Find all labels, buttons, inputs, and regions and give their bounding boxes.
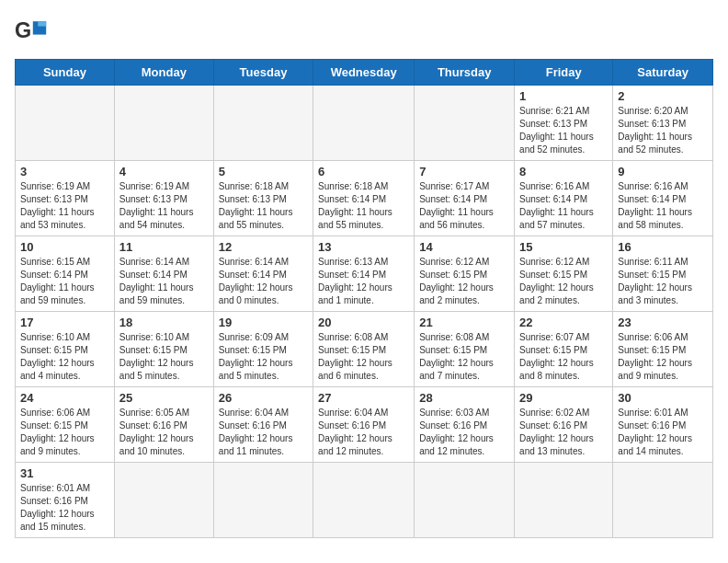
day-number: 1	[519, 89, 608, 103]
day-number: 10	[20, 240, 109, 254]
day-header-tuesday: Tuesday	[213, 60, 313, 86]
day-number: 12	[219, 240, 308, 254]
sun-info: Sunrise: 6:01 AM Sunset: 6:16 PM Dayligh…	[20, 482, 109, 534]
day-number: 24	[20, 391, 109, 405]
day-number: 8	[519, 165, 608, 178]
calendar-cell: 12Sunrise: 6:14 AM Sunset: 6:14 PM Dayli…	[213, 236, 313, 312]
sun-info: Sunrise: 6:04 AM Sunset: 6:16 PM Dayligh…	[318, 407, 409, 458]
calendar-cell: 6Sunrise: 6:18 AM Sunset: 6:14 PM Daylig…	[313, 161, 415, 236]
calendar-cell: 22Sunrise: 6:07 AM Sunset: 6:15 PM Dayli…	[515, 312, 613, 387]
day-number: 30	[618, 391, 708, 405]
day-number: 25	[119, 391, 209, 405]
calendar-cell: 25Sunrise: 6:05 AM Sunset: 6:16 PM Dayli…	[114, 387, 213, 463]
calendar-cell: 13Sunrise: 6:13 AM Sunset: 6:14 PM Dayli…	[313, 236, 415, 312]
calendar-cell	[114, 463, 213, 538]
calendar-cell	[515, 463, 613, 538]
calendar-cell: 17Sunrise: 6:10 AM Sunset: 6:15 PM Dayli…	[16, 312, 115, 387]
calendar-cell: 11Sunrise: 6:14 AM Sunset: 6:14 PM Dayli…	[114, 236, 213, 312]
day-number: 27	[318, 391, 409, 405]
sun-info: Sunrise: 6:10 AM Sunset: 6:15 PM Dayligh…	[20, 331, 109, 383]
calendar-cell: 26Sunrise: 6:04 AM Sunset: 6:16 PM Dayli…	[213, 387, 313, 463]
sun-info: Sunrise: 6:03 AM Sunset: 6:16 PM Dayligh…	[419, 407, 509, 458]
sun-info: Sunrise: 6:17 AM Sunset: 6:14 PM Dayligh…	[419, 180, 509, 232]
svg-marker-2	[38, 21, 46, 26]
day-number: 19	[219, 316, 308, 329]
calendar-week-5: 31Sunrise: 6:01 AM Sunset: 6:16 PM Dayli…	[16, 463, 713, 538]
day-number: 26	[219, 391, 308, 405]
sun-info: Sunrise: 6:20 AM Sunset: 6:13 PM Dayligh…	[618, 105, 708, 156]
sun-info: Sunrise: 6:18 AM Sunset: 6:14 PM Dayligh…	[318, 180, 409, 232]
calendar-cell	[213, 463, 313, 538]
calendar-cell: 15Sunrise: 6:12 AM Sunset: 6:15 PM Dayli…	[515, 236, 613, 312]
sun-info: Sunrise: 6:08 AM Sunset: 6:15 PM Dayligh…	[419, 331, 509, 383]
calendar-week-0: 1Sunrise: 6:21 AM Sunset: 6:13 PM Daylig…	[16, 86, 713, 161]
day-number: 22	[519, 316, 608, 329]
day-number: 2	[618, 89, 708, 103]
calendar-table: SundayMondayTuesdayWednesdayThursdayFrid…	[15, 59, 713, 538]
sun-info: Sunrise: 6:19 AM Sunset: 6:13 PM Dayligh…	[119, 180, 209, 232]
calendar-cell: 4Sunrise: 6:19 AM Sunset: 6:13 PM Daylig…	[114, 161, 213, 236]
day-number: 20	[318, 316, 409, 329]
day-number: 14	[419, 240, 509, 254]
calendar-cell	[415, 86, 515, 161]
sun-info: Sunrise: 6:09 AM Sunset: 6:15 PM Dayligh…	[219, 331, 308, 383]
calendar-cell: 18Sunrise: 6:10 AM Sunset: 6:15 PM Dayli…	[114, 312, 213, 387]
calendar-cell	[415, 463, 515, 538]
page-header: G	[15, 15, 713, 48]
calendar-cell: 10Sunrise: 6:15 AM Sunset: 6:14 PM Dayli…	[16, 236, 115, 312]
logo-icon: G	[15, 15, 48, 48]
sun-info: Sunrise: 6:01 AM Sunset: 6:16 PM Dayligh…	[618, 407, 708, 458]
sun-info: Sunrise: 6:02 AM Sunset: 6:16 PM Dayligh…	[519, 407, 608, 458]
svg-text:G: G	[15, 18, 31, 42]
calendar-week-4: 24Sunrise: 6:06 AM Sunset: 6:15 PM Dayli…	[16, 387, 713, 463]
calendar-cell	[313, 463, 415, 538]
sun-info: Sunrise: 6:08 AM Sunset: 6:15 PM Dayligh…	[318, 331, 409, 383]
calendar-cell: 20Sunrise: 6:08 AM Sunset: 6:15 PM Dayli…	[313, 312, 415, 387]
logo: G	[15, 15, 53, 48]
calendar-cell: 3Sunrise: 6:19 AM Sunset: 6:13 PM Daylig…	[16, 161, 115, 236]
calendar-cell	[114, 86, 213, 161]
sun-info: Sunrise: 6:21 AM Sunset: 6:13 PM Dayligh…	[519, 105, 608, 156]
calendar-cell: 28Sunrise: 6:03 AM Sunset: 6:16 PM Dayli…	[415, 387, 515, 463]
calendar-week-3: 17Sunrise: 6:10 AM Sunset: 6:15 PM Dayli…	[16, 312, 713, 387]
calendar-header: SundayMondayTuesdayWednesdayThursdayFrid…	[16, 60, 713, 86]
day-number: 5	[219, 165, 308, 178]
day-number: 16	[618, 240, 708, 254]
day-header-sunday: Sunday	[16, 60, 115, 86]
sun-info: Sunrise: 6:12 AM Sunset: 6:15 PM Dayligh…	[419, 256, 509, 307]
sun-info: Sunrise: 6:06 AM Sunset: 6:15 PM Dayligh…	[618, 331, 708, 383]
calendar-body: 1Sunrise: 6:21 AM Sunset: 6:13 PM Daylig…	[16, 86, 713, 538]
day-number: 4	[119, 165, 209, 178]
day-number: 15	[519, 240, 608, 254]
day-number: 13	[318, 240, 409, 254]
calendar-cell: 21Sunrise: 6:08 AM Sunset: 6:15 PM Dayli…	[415, 312, 515, 387]
calendar-cell: 19Sunrise: 6:09 AM Sunset: 6:15 PM Dayli…	[213, 312, 313, 387]
days-of-week-row: SundayMondayTuesdayWednesdayThursdayFrid…	[16, 60, 713, 86]
day-header-monday: Monday	[114, 60, 213, 86]
calendar-cell: 31Sunrise: 6:01 AM Sunset: 6:16 PM Dayli…	[16, 463, 115, 538]
sun-info: Sunrise: 6:14 AM Sunset: 6:14 PM Dayligh…	[219, 256, 308, 307]
sun-info: Sunrise: 6:04 AM Sunset: 6:16 PM Dayligh…	[219, 407, 308, 458]
day-number: 3	[20, 165, 109, 178]
day-header-saturday: Saturday	[613, 60, 713, 86]
day-number: 18	[119, 316, 209, 329]
calendar-cell	[16, 86, 115, 161]
sun-info: Sunrise: 6:06 AM Sunset: 6:15 PM Dayligh…	[20, 407, 109, 458]
calendar-cell: 27Sunrise: 6:04 AM Sunset: 6:16 PM Dayli…	[313, 387, 415, 463]
calendar-cell: 23Sunrise: 6:06 AM Sunset: 6:15 PM Dayli…	[613, 312, 713, 387]
calendar-cell	[313, 86, 415, 161]
calendar-cell: 30Sunrise: 6:01 AM Sunset: 6:16 PM Dayli…	[613, 387, 713, 463]
calendar-cell	[213, 86, 313, 161]
day-header-friday: Friday	[515, 60, 613, 86]
calendar-cell: 14Sunrise: 6:12 AM Sunset: 6:15 PM Dayli…	[415, 236, 515, 312]
sun-info: Sunrise: 6:12 AM Sunset: 6:15 PM Dayligh…	[519, 256, 608, 307]
calendar-cell: 29Sunrise: 6:02 AM Sunset: 6:16 PM Dayli…	[515, 387, 613, 463]
sun-info: Sunrise: 6:10 AM Sunset: 6:15 PM Dayligh…	[119, 331, 209, 383]
sun-info: Sunrise: 6:11 AM Sunset: 6:15 PM Dayligh…	[618, 256, 708, 307]
calendar-cell: 8Sunrise: 6:16 AM Sunset: 6:14 PM Daylig…	[515, 161, 613, 236]
calendar-cell	[613, 463, 713, 538]
sun-info: Sunrise: 6:19 AM Sunset: 6:13 PM Dayligh…	[20, 180, 109, 232]
day-number: 6	[318, 165, 409, 178]
sun-info: Sunrise: 6:18 AM Sunset: 6:13 PM Dayligh…	[219, 180, 308, 232]
calendar-cell: 9Sunrise: 6:16 AM Sunset: 6:14 PM Daylig…	[613, 161, 713, 236]
